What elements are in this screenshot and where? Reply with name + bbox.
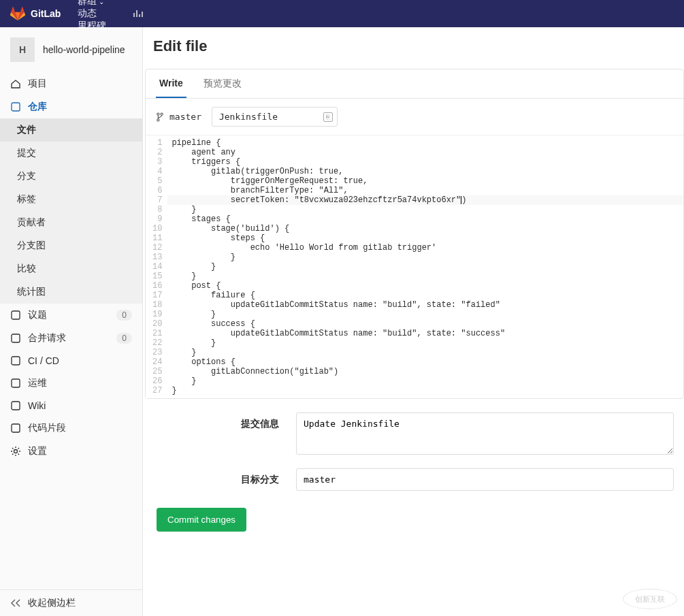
code-line[interactable]: gitLabConnection("gitlab") (167, 367, 683, 376)
sub-分支[interactable]: 分支 (0, 165, 142, 188)
code-line[interactable]: stage('build') { (167, 224, 683, 233)
line-number: 12 (152, 243, 162, 253)
collapse-sidebar[interactable]: 收起侧边栏 (0, 589, 142, 616)
sidebar-label: 代码片段 (28, 422, 66, 434)
code-line[interactable]: triggerOnMergeRequest: true, (167, 176, 683, 186)
project-avatar: H (10, 37, 35, 62)
code-line[interactable]: options { (167, 357, 683, 367)
code-line[interactable]: } (167, 386, 683, 395)
sub-提交[interactable]: 提交 (0, 142, 142, 165)
code-line[interactable]: } (167, 253, 683, 262)
svg-rect-5 (12, 402, 20, 410)
line-number: 21 (152, 329, 162, 338)
sidebar-item-cloud[interactable]: 运维 (0, 372, 142, 395)
sidebar-item-rocket[interactable]: CI / CD (0, 350, 142, 372)
sidebar-item-issues[interactable]: 议题0 (0, 304, 142, 327)
code-line[interactable]: } (167, 262, 683, 272)
target-branch-input[interactable] (296, 468, 674, 491)
gitlab-logo[interactable]: GitLab (10, 6, 61, 21)
svg-rect-0 (12, 103, 20, 111)
code-line[interactable]: stages { (167, 214, 683, 224)
editor-tabs: Write 预览更改 (146, 69, 683, 99)
target-branch-label: 目标分支 (231, 468, 296, 486)
commit-button[interactable]: Commit changes (157, 508, 246, 532)
code-line[interactable]: updateGitlabCommitStatus name: "build", … (167, 300, 683, 310)
commit-message-input[interactable] (296, 412, 674, 455)
line-number: 16 (152, 281, 162, 291)
sub-比较[interactable]: 比较 (0, 257, 142, 280)
line-number: 13 (152, 253, 162, 262)
line-number: 20 (152, 319, 162, 329)
sidebar-item-book[interactable]: Wiki (0, 395, 142, 417)
badge: 0 (116, 310, 132, 321)
line-number: 4 (152, 167, 162, 176)
line-number: 26 (152, 376, 162, 386)
sub-文件[interactable]: 文件 (0, 118, 142, 142)
brand-text: GitLab (31, 8, 61, 19)
svg-point-7 (14, 450, 18, 453)
code-line[interactable]: agent any (167, 148, 683, 157)
branch-selector[interactable]: master (156, 112, 201, 122)
code-line[interactable]: branchFilterType: "All", (167, 186, 683, 195)
line-number: 24 (152, 357, 162, 367)
code-line[interactable]: post { (167, 281, 683, 291)
sidebar-item-mr[interactable]: 合并请求0 (0, 327, 142, 350)
nav-1[interactable]: 群组⌄ (78, 0, 116, 7)
line-number: 14 (152, 262, 162, 272)
code-line[interactable]: failure { (167, 291, 683, 300)
svg-rect-4 (12, 379, 20, 387)
sidebar-label: 仓库 (28, 101, 47, 113)
code-line[interactable]: gitlab(triggerOnPush: true, (167, 167, 683, 176)
sub-分支图[interactable]: 分支图 (0, 234, 142, 257)
line-number: 11 (152, 233, 162, 243)
code-line[interactable]: steps { (167, 233, 683, 243)
badge: 0 (116, 333, 132, 344)
template-icon[interactable]: ⎘ (323, 112, 333, 122)
sub-贡献者[interactable]: 贡献者 (0, 211, 142, 234)
code-line[interactable]: } (167, 272, 683, 281)
line-number: 9 (152, 214, 162, 224)
line-number: 15 (152, 272, 162, 281)
code-line[interactable]: pipeline { (167, 138, 683, 148)
code-line[interactable]: triggers { (167, 157, 683, 167)
tab-write[interactable]: Write (156, 69, 186, 98)
code-line[interactable]: success { (167, 319, 683, 329)
project-header[interactable]: H hello-world-pipeline (0, 27, 142, 72)
top-header: GitLab 项目⌄群组⌄动态里程碑代码片段 (0, 0, 684, 27)
sub-标签[interactable]: 标签 (0, 188, 142, 211)
filename-input[interactable]: Jenkinsfile ⎘ (212, 107, 338, 127)
code-line[interactable]: echo 'Hello World from gitlab trigger' (167, 243, 683, 253)
mr-icon (10, 333, 21, 344)
filename-text: Jenkinsfile (219, 112, 278, 122)
collapse-icon (10, 598, 21, 609)
doc-icon (10, 101, 21, 112)
code-line[interactable]: } (167, 338, 683, 348)
line-number: 3 (152, 157, 162, 167)
sidebar-item-doc[interactable]: 仓库 (0, 95, 142, 118)
line-number: 22 (152, 338, 162, 348)
sidebar-item-snippet[interactable]: 代码片段 (0, 417, 142, 440)
nav-2[interactable]: 动态 (78, 7, 116, 20)
line-number: 7 (152, 195, 162, 205)
editor-card: Write 预览更改 master Jenkinsfile ⎘ 12345678… (145, 69, 684, 399)
line-number: 5 (152, 176, 162, 186)
code-line[interactable]: } (167, 205, 683, 214)
chevron-down-icon: ⌄ (99, 0, 104, 5)
sidebar-item-home[interactable]: 项目 (0, 72, 142, 95)
code-editor[interactable]: 1234567891011121314151617181920212223242… (146, 135, 683, 398)
code-line[interactable]: secretToken: "t8vcxwuza023ehzcftzr5a74vk… (167, 195, 683, 205)
sidebar-item-gear[interactable]: 设置 (0, 440, 142, 463)
gitlab-icon (10, 6, 25, 21)
sub-统计图[interactable]: 统计图 (0, 280, 142, 304)
line-number: 23 (152, 348, 162, 357)
code-line[interactable]: } (167, 348, 683, 357)
code-line[interactable]: } (167, 310, 683, 319)
line-number: 27 (152, 386, 162, 395)
code-line[interactable]: } (167, 376, 683, 386)
activity-icon[interactable] (133, 8, 144, 19)
tab-preview[interactable]: 预览更改 (200, 69, 245, 98)
sidebar-label: 设置 (28, 445, 47, 457)
code-line[interactable]: updateGitlabCommitStatus name: "build", … (167, 329, 683, 338)
svg-point-8 (157, 113, 159, 115)
sidebar-label: 合并请求 (28, 332, 66, 344)
